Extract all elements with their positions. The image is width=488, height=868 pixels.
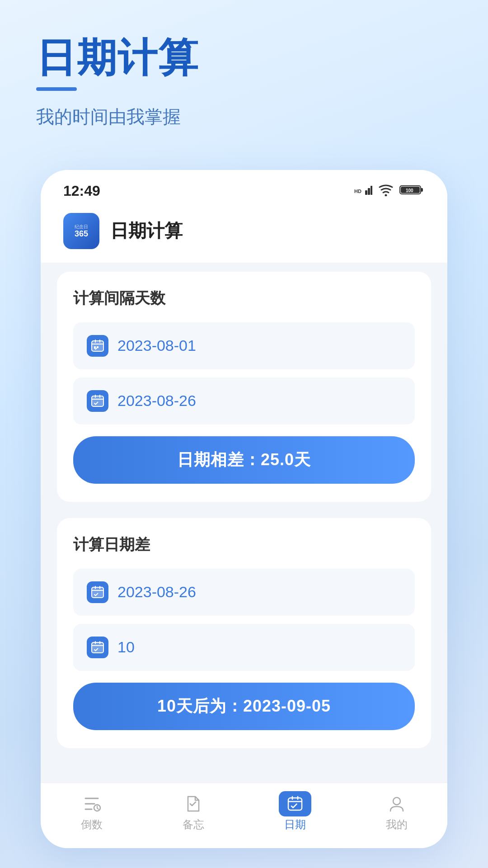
- logo-line2: 365: [75, 230, 88, 238]
- logo-line1: 纪念日: [75, 224, 88, 230]
- status-icons: HD: [354, 184, 425, 198]
- svg-text:100: 100: [406, 188, 413, 193]
- card2-days-icon: [87, 637, 108, 658]
- card2-date1-value: 2023-08-26: [117, 583, 196, 601]
- card1-date1-value: 2023-08-01: [117, 337, 196, 354]
- card1-result-text: 日期相差：25.0天: [177, 450, 311, 469]
- svg-rect-20: [288, 798, 302, 810]
- memo-icon: [182, 794, 205, 814]
- date-icon: [283, 794, 307, 814]
- card1-title: 计算间隔天数: [73, 288, 415, 309]
- nav-label-countdown: 倒数: [81, 817, 103, 832]
- svg-rect-9: [92, 341, 103, 351]
- card-interval-days: 计算间隔天数 2023-08-01: [57, 272, 431, 502]
- card1-result-button[interactable]: 日期相差：25.0天: [73, 436, 415, 484]
- card1-date2-row[interactable]: 2023-08-26: [73, 377, 415, 425]
- page-header: 日期计算 我的时间由我掌握: [0, 0, 488, 147]
- nav-item-memo[interactable]: 备忘: [142, 794, 244, 832]
- card2-title: 计算日期差: [73, 534, 415, 555]
- card2-result-text: 10天后为：2023-09-05: [157, 697, 331, 715]
- title-underline: [36, 87, 77, 91]
- page-title: 日期计算: [36, 36, 452, 80]
- svg-rect-1: [365, 190, 367, 195]
- nav-item-countdown[interactable]: 倒数: [41, 794, 142, 832]
- content-area: 计算间隔天数 2023-08-01: [41, 263, 447, 783]
- nav-label-date: 日期: [284, 817, 306, 832]
- svg-point-21: [393, 797, 400, 805]
- card1-date1-icon: [87, 335, 108, 357]
- phone-mockup: 12:49 HD: [41, 170, 447, 848]
- page-subtitle: 我的时间由我掌握: [36, 104, 452, 129]
- svg-rect-13: [92, 396, 103, 406]
- nav-item-mine[interactable]: 我的: [346, 794, 447, 832]
- card1-date2-icon: [87, 390, 108, 412]
- card1-date2-value: 2023-08-26: [117, 392, 196, 410]
- card2-date1-row[interactable]: 2023-08-26: [73, 569, 415, 616]
- card-date-diff: 计算日期差 2023-08-26: [57, 518, 431, 748]
- svg-rect-15: [92, 587, 103, 598]
- bottom-nav: 倒数 备忘: [41, 783, 447, 848]
- signal-icon: HD: [354, 184, 372, 198]
- nav-label-memo: 备忘: [183, 817, 204, 832]
- card2-result-button[interactable]: 10天后为：2023-09-05: [73, 683, 415, 730]
- app-logo: 纪念日 365: [63, 213, 99, 249]
- nav-label-mine: 我的: [386, 817, 408, 832]
- svg-point-4: [385, 194, 387, 197]
- status-time: 12:49: [63, 183, 100, 199]
- card2-days-value: 10: [117, 638, 135, 656]
- app-header: 纪念日 365 日期计算: [41, 204, 447, 263]
- mine-icon: [385, 794, 408, 814]
- status-bar: 12:49 HD: [41, 170, 447, 204]
- countdown-icon: [80, 794, 103, 814]
- svg-rect-17: [92, 642, 103, 653]
- card1-date1-row[interactable]: 2023-08-01: [73, 322, 415, 369]
- card2-days-row[interactable]: 10: [73, 624, 415, 671]
- svg-rect-6: [421, 188, 423, 192]
- svg-rect-2: [368, 188, 370, 195]
- svg-text:HD: HD: [354, 189, 361, 194]
- nav-item-date[interactable]: 日期: [244, 794, 346, 832]
- svg-rect-3: [371, 186, 372, 195]
- app-title: 日期计算: [110, 218, 183, 243]
- battery-icon: 100: [399, 184, 425, 198]
- wifi-icon: [378, 184, 394, 198]
- card2-date1-icon: [87, 581, 108, 603]
